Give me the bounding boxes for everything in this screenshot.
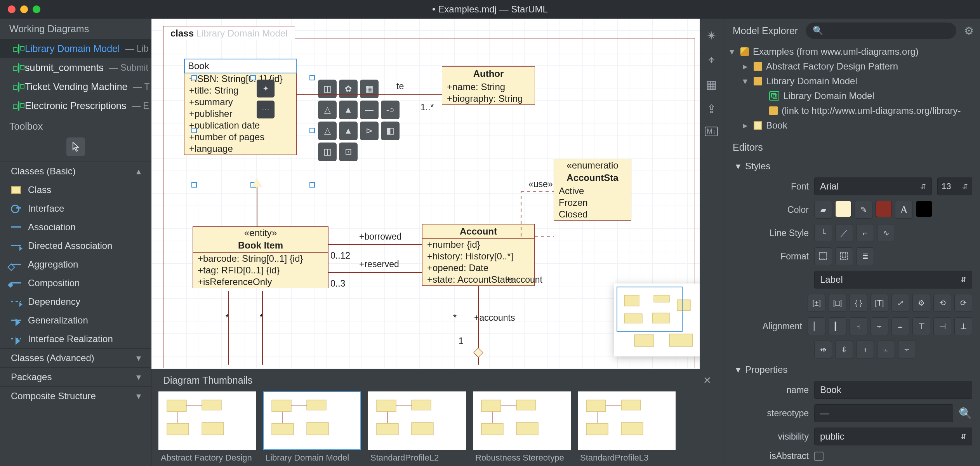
attribute[interactable]: Closed [554, 209, 631, 220]
palette-btn[interactable]: ◫ [318, 80, 337, 98]
view-option-btn[interactable]: ⚙ [912, 294, 930, 312]
association-line[interactable] [328, 272, 422, 273]
attribute[interactable]: +name: String [442, 81, 535, 93]
class-bookitem[interactable]: «entity» Book Item +barcode: String[0..1… [193, 226, 328, 288]
dependency-line[interactable] [521, 191, 521, 236]
distribute-btn[interactable]: ⫞ [856, 341, 874, 358]
palette-btn[interactable]: ⊳ [360, 122, 379, 140]
thumbnail[interactable]: Robustness Stereotype [473, 391, 571, 466]
toolbox-item[interactable]: Association [0, 218, 151, 236]
distribute-btn[interactable]: ⇹ [814, 341, 832, 358]
toolbox-item[interactable]: Composition [0, 274, 151, 292]
toolbox-group[interactable]: Packages▾ [0, 367, 151, 386]
toolbox-item[interactable]: Dependency [0, 292, 151, 311]
distribute-btn[interactable]: ⫠ [877, 341, 895, 358]
toolbox-item[interactable]: Interface [0, 199, 151, 218]
grid-icon[interactable]: ▦ [706, 78, 717, 91]
class-author[interactable]: Author +name: String+biography: String [442, 66, 535, 105]
selection-tool-icon[interactable] [66, 137, 85, 156]
attribute[interactable]: +publication date [184, 120, 296, 131]
attribute[interactable]: +number of pages [184, 131, 296, 143]
toolbox-group[interactable]: Composite Structure▾ [0, 386, 151, 405]
close-icon[interactable]: ✕ [703, 375, 711, 386]
quick-edit-palette[interactable]: ◫ ✿ ▦ △ ▲ — -○ △ ▲ ⊳ ◧ ◫ ⊡ [318, 80, 400, 161]
dependency-line[interactable] [521, 191, 554, 192]
palette-btn[interactable]: ⊡ [339, 143, 358, 161]
toolbox-group[interactable]: Classes (Advanced)▾ [0, 348, 151, 367]
palette-btn[interactable]: △ [318, 122, 337, 140]
attribute[interactable]: +number {id} [422, 239, 534, 250]
palette-btn[interactable]: ◧ [381, 122, 400, 140]
palette-btn[interactable]: ◫ [318, 143, 337, 161]
attribute[interactable]: +summary [184, 96, 296, 108]
linestyle-curve-icon[interactable]: ∿ [877, 224, 895, 242]
toolbox-item[interactable]: Generalization [0, 311, 151, 330]
attribute[interactable]: +ISBN: String[0..1] {id} [184, 73, 296, 85]
align-btn[interactable]: ⊤ [912, 317, 930, 335]
prop-visibility-select[interactable]: public⇵ [814, 428, 972, 445]
view-option-btn[interactable]: ⟲ [933, 294, 951, 312]
window-minimize-icon[interactable] [20, 5, 28, 13]
attribute[interactable]: +biography: String [442, 93, 535, 104]
text-color-icon[interactable]: A [895, 201, 913, 219]
dependency-line[interactable] [535, 236, 554, 237]
window-close-icon[interactable] [8, 5, 16, 13]
class-name-edit-input[interactable] [184, 59, 297, 73]
align-btn[interactable]: ▏ [808, 317, 825, 335]
attribute[interactable]: +language [184, 143, 296, 155]
toolbox-item[interactable]: Interface Realization [0, 330, 151, 348]
line-tool-icon[interactable]: ✎ [855, 201, 872, 219]
extension-icon[interactable]: ✴ [707, 29, 716, 42]
diagram-canvas[interactable]: class Library Domain Model +ISBN: String… [151, 19, 723, 369]
format-btn[interactable]: ≣ [856, 247, 874, 265]
properties-section[interactable]: ▾Properties [723, 361, 980, 378]
view-option-btn[interactable]: { } [850, 294, 867, 312]
attribute[interactable]: Frozen [554, 197, 631, 209]
gear-icon[interactable]: ⚙ [964, 24, 974, 37]
prop-isabstract-checkbox[interactable] [814, 452, 824, 461]
format-btn[interactable]: ⿴ [814, 247, 832, 265]
view-option-btn[interactable]: [□] [829, 294, 846, 312]
thumbnail[interactable]: StandardProfileL2 [368, 391, 466, 466]
attribute[interactable]: +opened: Date [422, 262, 534, 274]
view-option-btn[interactable]: ⟳ [954, 294, 972, 312]
fill-tool-icon[interactable]: ▰ [814, 201, 832, 219]
palette-btn[interactable]: — [360, 101, 379, 119]
palette-btn[interactable]: △ [318, 101, 337, 119]
attribute[interactable]: +tag: RFID[0..1] {id} [193, 264, 328, 276]
linestyle-round-icon[interactable]: ⌐ [856, 224, 874, 242]
window-zoom-icon[interactable] [33, 5, 40, 13]
styles-section[interactable]: ▾Styles [723, 158, 980, 175]
distribute-btn[interactable]: ⇳ [835, 341, 853, 358]
attribute[interactable]: +isReferenceOnly [193, 276, 328, 288]
toolbox-item[interactable]: Aggregation [0, 255, 151, 274]
working-diagram-item[interactable]: Library Domain Model — Lib [0, 39, 151, 58]
view-option-btn[interactable]: ⤢ [891, 294, 909, 312]
working-diagram-item[interactable]: Ticket Vending Machine — T [0, 77, 151, 96]
prop-stereotype-input[interactable]: — [814, 404, 953, 422]
view-option-btn[interactable]: [T] [871, 294, 888, 312]
class-book[interactable]: +ISBN: String[0..1] {id}+title: String+s… [184, 59, 297, 155]
attribute[interactable]: +history: History[0..*] [422, 250, 534, 262]
association-line[interactable] [228, 291, 229, 365]
format-display-select[interactable]: Label⇵ [814, 271, 972, 289]
generalization-line[interactable] [257, 186, 257, 226]
palette-btn[interactable]: ▦ [360, 80, 379, 98]
target-icon[interactable]: ⌖ [708, 53, 715, 67]
palette-btn[interactable]: ✿ [339, 80, 358, 98]
palette-btn[interactable]: ▲ [339, 122, 358, 140]
view-option-btn[interactable]: [±] [808, 294, 825, 312]
prop-name-input[interactable]: Book [814, 381, 972, 399]
model-search-input[interactable]: 🔍 [806, 23, 956, 39]
attribute[interactable]: +title: String [184, 85, 296, 96]
association-line[interactable] [262, 291, 263, 365]
palette-btn[interactable]: -○ [381, 101, 400, 119]
attribute[interactable]: +barcode: String[0..1] {id} [193, 253, 328, 264]
toolbox-item[interactable]: Class [0, 181, 151, 199]
markdown-icon[interactable]: M↓ [705, 127, 718, 136]
working-diagram-item[interactable]: submit_comments — Submit [0, 58, 151, 77]
model-tree[interactable]: ▾Examples (from www.uml-diagrams.org) ▸A… [723, 43, 980, 137]
enum-accountstate[interactable]: «enumeratio AccountSta ActiveFrozenClose… [554, 159, 631, 221]
search-icon[interactable]: 🔍 [959, 407, 972, 420]
thumbnail[interactable]: Library Domain Model [263, 391, 361, 466]
